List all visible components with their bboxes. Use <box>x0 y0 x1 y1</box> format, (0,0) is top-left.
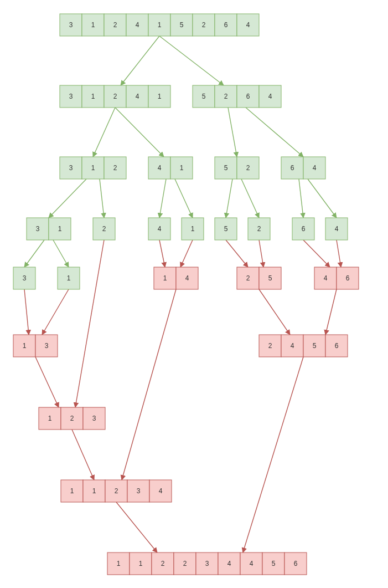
merge-edge <box>303 240 330 267</box>
merge-array: 11234 <box>61 480 172 502</box>
array-cell-value: 1 <box>91 93 95 100</box>
array-cell-value: 4 <box>324 274 328 282</box>
array-cell-value: 1 <box>180 164 184 172</box>
split-array: 5264 <box>193 85 281 108</box>
merge-edge <box>122 289 176 480</box>
split-array: 31 <box>27 218 71 240</box>
array-cell-value: 5 <box>224 225 228 233</box>
array-cell-value: 2 <box>113 93 117 100</box>
array-cell-value: 4 <box>268 93 272 100</box>
array-cell-value: 1 <box>117 560 121 567</box>
array-cell-value: 5 <box>180 21 184 29</box>
split-edge <box>100 179 104 218</box>
array-cell-value: 6 <box>291 164 294 172</box>
split-edge <box>246 108 303 157</box>
array-cell-value: 5 <box>224 164 228 172</box>
split-edge <box>228 108 237 157</box>
array-cell-value: 3 <box>45 342 49 350</box>
split-edge <box>24 240 44 267</box>
split-edge <box>49 179 86 218</box>
split-array: 1 <box>58 267 80 289</box>
merge-array: 13 <box>13 335 58 357</box>
array-cell-value: 5 <box>202 93 206 100</box>
array-cell-value: 2 <box>202 21 206 29</box>
array-cell-value: 1 <box>58 225 62 233</box>
split-edge <box>115 108 164 157</box>
merge-edge <box>243 357 303 553</box>
array-cell-value: 1 <box>191 225 195 233</box>
array-cell-value: 3 <box>69 164 73 172</box>
array-cell-value: 2 <box>183 560 187 567</box>
merge-edge <box>24 289 29 335</box>
array-cell-value: 2 <box>257 225 261 233</box>
array-cell-value: 4 <box>313 164 317 172</box>
array-cell-value: 4 <box>158 225 162 233</box>
array-cell-value: 4 <box>246 21 250 29</box>
array-cell-value: 2 <box>224 93 228 100</box>
array-cell-value: 2 <box>102 225 106 233</box>
split-edge <box>53 240 69 267</box>
split-edge <box>175 179 193 218</box>
merge-edge <box>159 240 165 267</box>
split-array: 312415264 <box>60 14 259 36</box>
array-cell-value: 4 <box>291 342 294 350</box>
array-cell-value: 3 <box>205 560 209 567</box>
split-array: 64 <box>281 157 325 179</box>
merge-edge <box>337 240 341 267</box>
array-cell-value: 5 <box>272 560 276 567</box>
array-cell-value: 2 <box>70 415 74 422</box>
merge-edge <box>226 240 248 267</box>
array-cell-value: 1 <box>70 487 74 495</box>
array-cell-value: 1 <box>158 21 162 29</box>
array-cell-value: 2 <box>113 21 117 29</box>
merge-edge <box>116 502 157 553</box>
split-array: 312 <box>60 157 126 179</box>
split-array: 6 <box>292 218 314 240</box>
array-cell-value: 2 <box>268 342 272 350</box>
array-cell-value: 3 <box>69 21 73 29</box>
merge-sort-diagram: 3124152643124152643124152643124152643114… <box>0 0 388 588</box>
split-edge <box>241 179 259 218</box>
array-cell-value: 5 <box>268 274 272 282</box>
merge-array: 25 <box>237 267 281 289</box>
array-cell-value: 3 <box>92 415 96 422</box>
split-edge <box>93 108 115 157</box>
merge-edge <box>180 240 193 267</box>
split-array: 31241 <box>60 85 170 108</box>
array-cell-value: 3 <box>137 487 141 495</box>
array-cell-value: 6 <box>346 274 350 282</box>
split-array: 4 <box>325 218 348 240</box>
array-cell-value: 4 <box>159 487 163 495</box>
array-cell-value: 1 <box>91 21 95 29</box>
split-array: 52 <box>215 157 259 179</box>
array-cell-value: 1 <box>91 164 95 172</box>
array-cell-value: 4 <box>250 560 254 567</box>
split-array: 4 <box>148 218 170 240</box>
merge-edge <box>325 289 337 335</box>
merge-edge <box>72 430 94 480</box>
array-cell-value: 6 <box>335 342 339 350</box>
merge-edge <box>259 289 290 335</box>
array-cell-value: 1 <box>158 93 162 100</box>
array-cell-value: 2 <box>246 274 250 282</box>
merge-edge <box>42 289 69 335</box>
array-cell-value: 6 <box>302 225 306 233</box>
split-edge <box>159 36 224 85</box>
array-cell-value: 5 <box>313 342 317 350</box>
merge-edge <box>259 240 263 267</box>
array-cell-value: 1 <box>67 274 71 282</box>
split-edge <box>121 36 159 85</box>
array-cell-value: 1 <box>139 560 143 567</box>
split-array: 5 <box>215 218 237 240</box>
split-edge <box>159 179 166 218</box>
array-cell-value: 2 <box>113 164 117 172</box>
array-cell-value: 3 <box>36 225 40 233</box>
array-cell-value: 4 <box>185 274 189 282</box>
split-edge <box>226 179 232 218</box>
array-cell-value: 6 <box>294 560 298 567</box>
array-cell-value: 2 <box>246 164 250 172</box>
merge-edge <box>75 240 104 407</box>
merge-array: 123 <box>39 407 105 430</box>
split-array: 1 <box>182 218 204 240</box>
split-edge <box>308 179 337 218</box>
